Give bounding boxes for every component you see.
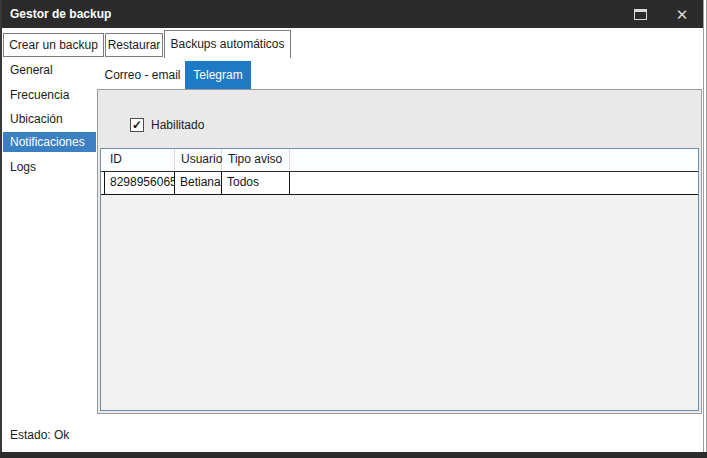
column-header-filler [290, 149, 698, 171]
tab-crear-un-backup[interactable]: Crear un backup [3, 33, 104, 57]
close-button[interactable]: ✕ [667, 4, 697, 25]
sidebar-item-ubicacion[interactable]: Ubicación [3, 109, 96, 129]
sidebar-item-notificaciones[interactable]: Notificaciones [3, 132, 96, 152]
tab-restaurar[interactable]: Restaurar [105, 33, 163, 57]
sidebar-item-general[interactable]: General [3, 60, 96, 80]
maximize-button[interactable] [625, 4, 655, 25]
table-row[interactable]: 8298956065 Betiana Todos [101, 171, 698, 195]
window-border-bottom [0, 452, 707, 458]
window-border-right [703, 0, 707, 458]
check-icon: ✓ [132, 118, 142, 132]
window: Gestor de backup ✕ Crear un backup Resta… [0, 0, 707, 458]
main-tabstrip: Crear un backup Restaurar Backups automá… [0, 28, 707, 57]
sidebar-item-frecuencia[interactable]: Frecuencia [3, 85, 96, 105]
tab-correo-email[interactable]: Correo - email [100, 61, 185, 89]
window-border-left [0, 0, 2, 458]
titlebar[interactable]: Gestor de backup ✕ [0, 0, 707, 28]
status-text: Estado: Ok [10, 427, 69, 443]
column-header-usuario[interactable]: Usuario [175, 149, 222, 171]
cell-tipo-aviso[interactable]: Todos [222, 172, 290, 194]
grid-header: ID Usuario Tipo aviso [101, 149, 698, 171]
tab-telegram[interactable]: Telegram [185, 61, 251, 89]
habilitado-checkbox-label: Habilitado [151, 116, 204, 134]
sidebar-item-logs[interactable]: Logs [3, 157, 96, 177]
cell-usuario[interactable]: Betiana [175, 172, 222, 194]
window-title: Gestor de backup [10, 7, 111, 21]
telegram-recipients-grid: ID Usuario Tipo aviso 8298956065 Betiana… [100, 148, 699, 411]
column-header-tipo-aviso[interactable]: Tipo aviso [222, 149, 290, 171]
close-icon: ✕ [676, 7, 689, 22]
cell-id[interactable]: 8298956065 [104, 172, 175, 194]
maximize-icon [634, 9, 647, 20]
tab-backups-automaticos[interactable]: Backups automáticos [164, 30, 291, 58]
cell-filler [290, 172, 698, 194]
column-header-id[interactable]: ID [104, 149, 175, 171]
habilitado-checkbox-row[interactable]: ✓ Habilitado [130, 116, 204, 134]
habilitado-checkbox[interactable]: ✓ [130, 118, 144, 132]
